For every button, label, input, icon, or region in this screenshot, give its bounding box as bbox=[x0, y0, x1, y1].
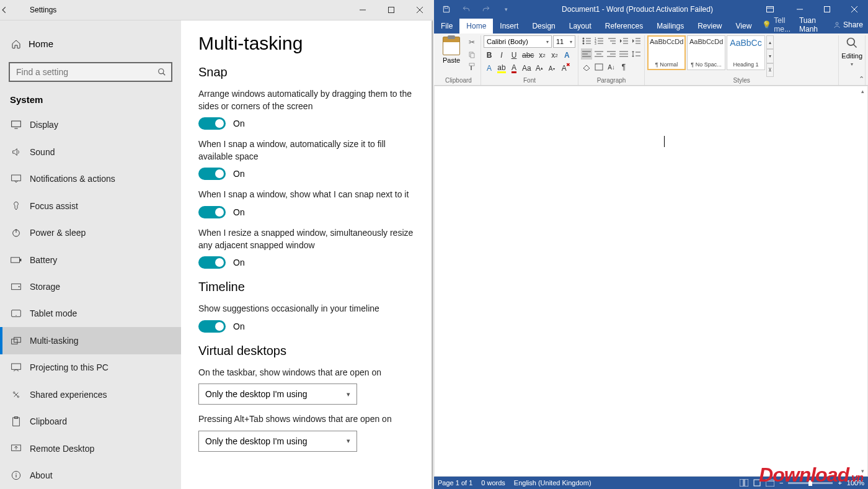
sidebar-item-notifications[interactable]: Notifications & actions bbox=[0, 165, 181, 192]
font-color-button[interactable]: A bbox=[508, 63, 520, 74]
sidebar-item-remote-desktop[interactable]: Remote Desktop bbox=[0, 435, 181, 462]
undo-button[interactable] bbox=[458, 2, 475, 17]
tab-insert[interactable]: Insert bbox=[493, 19, 525, 34]
sidebar-item-storage[interactable]: Storage bbox=[0, 273, 181, 300]
copy-button[interactable] bbox=[466, 49, 478, 60]
share-button[interactable]: Share bbox=[828, 20, 868, 29]
increase-indent-button[interactable] bbox=[631, 35, 642, 47]
font-name-combo[interactable]: Calibri (Body)▾ bbox=[484, 35, 552, 48]
svg-rect-9 bbox=[11, 257, 20, 262]
shading-button[interactable] bbox=[581, 61, 592, 73]
cut-button[interactable]: ✂ bbox=[466, 37, 478, 48]
snap-toggle-3[interactable] bbox=[198, 206, 226, 218]
gallery-up-button[interactable]: ▴ bbox=[766, 35, 774, 49]
status-language[interactable]: English (United Kingdom) bbox=[514, 479, 591, 487]
tab-home[interactable]: Home bbox=[459, 19, 493, 34]
underline-button[interactable]: U bbox=[508, 50, 520, 61]
search-input[interactable] bbox=[9, 62, 172, 82]
maximize-button[interactable] bbox=[377, 0, 405, 20]
style-normal[interactable]: AaBbCcDd ¶ Normal bbox=[647, 35, 686, 70]
sidebar-item-battery[interactable]: Battery bbox=[0, 246, 181, 273]
sidebar-item-clipboard[interactable]: Clipboard bbox=[0, 408, 181, 435]
tab-references[interactable]: References bbox=[598, 19, 650, 34]
virtual-combo-2[interactable]: Only the desktop I'm using ▾ bbox=[198, 431, 357, 452]
shrink-font-button[interactable]: A▾ bbox=[546, 63, 557, 74]
change-case-button[interactable]: Aa bbox=[521, 63, 533, 74]
bullets-button[interactable] bbox=[581, 35, 592, 47]
snap-toggle-4[interactable] bbox=[198, 256, 226, 269]
scrollbar[interactable] bbox=[432, 20, 433, 489]
sidebar-item-display[interactable]: Display bbox=[0, 111, 181, 138]
sidebar-item-tablet-mode[interactable]: Tablet mode bbox=[0, 300, 181, 327]
close-button[interactable] bbox=[405, 0, 434, 20]
grow-font-button[interactable]: A▴ bbox=[534, 63, 545, 74]
sidebar-item-multi-tasking[interactable]: Multi-tasking bbox=[0, 327, 181, 354]
sidebar-item-about[interactable]: About bbox=[0, 462, 181, 489]
superscript-button[interactable]: x2 bbox=[549, 50, 560, 61]
borders-button[interactable] bbox=[593, 61, 604, 73]
settings-content[interactable]: Multi-tasking Snap Arrange windows autom… bbox=[181, 20, 434, 489]
tab-view[interactable]: View bbox=[729, 19, 759, 34]
timeline-toggle-1[interactable] bbox=[198, 320, 226, 333]
align-center-button[interactable] bbox=[593, 48, 604, 60]
tab-design[interactable]: Design bbox=[525, 19, 562, 34]
document-area[interactable]: ▴ ▾ bbox=[434, 86, 868, 477]
tab-file[interactable]: File bbox=[434, 19, 459, 34]
highlight-button[interactable]: ab bbox=[496, 63, 507, 74]
tab-review[interactable]: Review bbox=[691, 19, 728, 34]
paste-button[interactable]: Paste bbox=[439, 35, 464, 64]
snap-heading: Snap bbox=[198, 65, 417, 79]
tab-layout[interactable]: Layout bbox=[562, 19, 598, 34]
sidebar-item-sound[interactable]: Sound bbox=[0, 138, 181, 165]
align-left-button[interactable] bbox=[581, 48, 592, 60]
svg-line-3 bbox=[163, 73, 166, 76]
font-size-combo[interactable]: 11▾ bbox=[553, 35, 575, 48]
minimize-button[interactable] bbox=[348, 0, 377, 20]
save-button[interactable] bbox=[438, 2, 455, 17]
collapse-ribbon-button[interactable]: ⌃ bbox=[859, 75, 864, 83]
strikethrough-button[interactable]: abc bbox=[521, 50, 535, 61]
editing-button[interactable]: Editing ▾ bbox=[841, 35, 862, 77]
bold-button[interactable]: B bbox=[484, 50, 495, 61]
redo-button[interactable] bbox=[477, 2, 495, 17]
qat-customize[interactable]: ▾ bbox=[497, 2, 515, 17]
virtual-combo-1[interactable]: Only the desktop I'm using ▾ bbox=[198, 384, 357, 405]
gallery-expand-button[interactable]: ⊻ bbox=[766, 63, 774, 77]
font-color-styled-button[interactable]: A bbox=[484, 63, 495, 74]
vertical-scrollbar[interactable]: ▴ ▾ bbox=[857, 86, 867, 476]
gallery-down-button[interactable]: ▾ bbox=[766, 49, 774, 63]
clear-formatting-button[interactable]: A✖ bbox=[559, 63, 570, 74]
style-no-spacing[interactable]: AaBbCcDd ¶ No Spac... bbox=[687, 35, 725, 70]
italic-button[interactable]: I bbox=[496, 50, 507, 61]
snap-toggle-1[interactable] bbox=[198, 117, 226, 130]
user-name[interactable]: Tuan Manh bbox=[794, 16, 828, 34]
align-right-button[interactable] bbox=[606, 48, 617, 60]
tab-mailings[interactable]: Mailings bbox=[650, 19, 691, 34]
show-hide-button[interactable]: ¶ bbox=[618, 61, 629, 73]
settings-sidebar: Home System Display Sound Notifications … bbox=[0, 20, 181, 489]
sidebar-item-shared-experiences[interactable]: Shared experiences bbox=[0, 381, 181, 408]
status-page[interactable]: Page 1 of 1 bbox=[438, 479, 472, 487]
justify-button[interactable] bbox=[618, 48, 629, 60]
numbering-button[interactable]: 123 bbox=[593, 35, 604, 47]
projecting-icon bbox=[10, 363, 22, 372]
sort-button[interactable]: A↓ bbox=[606, 61, 617, 73]
tell-me-search[interactable]: 💡Tell me... bbox=[758, 16, 794, 34]
scroll-up-icon[interactable]: ▴ bbox=[857, 86, 867, 96]
decrease-indent-button[interactable] bbox=[618, 35, 629, 47]
sidebar-item-focus-assist[interactable]: Focus assist bbox=[0, 192, 181, 219]
home-nav[interactable]: Home bbox=[0, 30, 181, 57]
text-effects-button[interactable]: A bbox=[561, 50, 572, 61]
style-heading-1[interactable]: AaBbCc Heading 1 bbox=[727, 35, 765, 70]
back-button[interactable] bbox=[0, 6, 26, 14]
subscript-button[interactable]: x2 bbox=[536, 50, 547, 61]
read-mode-button[interactable] bbox=[740, 479, 748, 487]
sidebar-item-power-sleep[interactable]: Power & sleep bbox=[0, 219, 181, 246]
format-painter-button[interactable] bbox=[466, 61, 478, 73]
line-spacing-button[interactable] bbox=[631, 48, 642, 60]
status-words[interactable]: 0 words bbox=[481, 479, 505, 487]
multilevel-list-button[interactable] bbox=[606, 35, 617, 47]
snap-toggle-2[interactable] bbox=[198, 168, 226, 180]
sidebar-item-projecting[interactable]: Projecting to this PC bbox=[0, 354, 181, 381]
svg-point-39 bbox=[583, 43, 585, 45]
